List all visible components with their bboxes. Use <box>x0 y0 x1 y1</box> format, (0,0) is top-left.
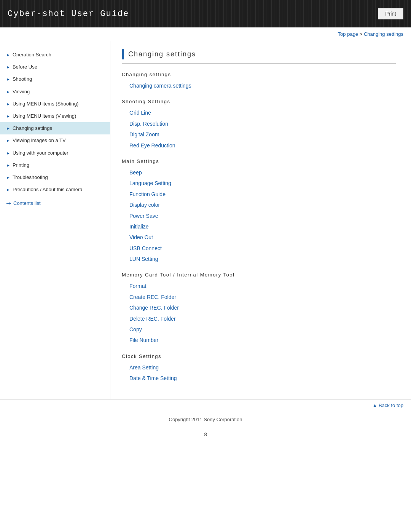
sidebar-arrow-icon: ► <box>6 64 10 70</box>
sidebar-item-label: Using with your computer <box>13 150 68 157</box>
header: Cyber-shot User Guide Print <box>0 0 411 27</box>
sidebar-arrow-icon: ► <box>6 163 10 168</box>
arrow-right-icon: ➞ <box>6 200 11 207</box>
link-lun-setting[interactable]: LUN Setting <box>122 254 396 264</box>
sidebar-item-using-menu-viewing[interactable]: ►Using MENU items (Viewing) <box>0 110 110 122</box>
section-heading-main-settings-section: Main Settings <box>122 158 396 164</box>
sidebar-item-changing-settings[interactable]: ►Changing settings <box>0 122 110 134</box>
contents-list-link[interactable]: ➞ Contents list <box>0 196 110 211</box>
section-memory-card-section: Memory Card Tool / Internal Memory ToolF… <box>122 272 396 345</box>
link-date-time-setting[interactable]: Date & Time Setting <box>122 373 396 383</box>
sidebar-item-viewing[interactable]: ►Viewing <box>0 86 110 98</box>
sidebar-arrow-icon: ► <box>6 138 10 144</box>
sidebar-arrow-icon: ► <box>6 150 10 156</box>
sidebar-arrow-icon: ► <box>6 101 10 107</box>
link-power-save[interactable]: Power Save <box>122 211 396 221</box>
sidebar-item-precautions[interactable]: ►Precautions / About this camera <box>0 184 110 196</box>
main-layout: ►Operation Search►Before Use►Shooting►Vi… <box>0 41 411 399</box>
print-button[interactable]: Print <box>378 8 403 19</box>
link-function-guide[interactable]: Function Guide <box>122 189 396 200</box>
sidebar-item-label: Operation Search <box>13 51 51 58</box>
sidebar-item-label: Using MENU items (Shooting) <box>13 101 78 107</box>
link-beep[interactable]: Beep <box>122 167 396 178</box>
sidebar-item-before-use[interactable]: ►Before Use <box>0 61 110 73</box>
breadcrumb-separator: > <box>358 31 364 37</box>
section-main-settings-section: Main SettingsBeepLanguage SettingFunctio… <box>122 158 396 265</box>
page-title-section: Changing settings <box>122 49 396 64</box>
sidebar-item-label: Viewing <box>13 88 30 95</box>
main-content: Changing settings Changing settingsChang… <box>110 41 411 399</box>
sidebar-arrow-icon: ► <box>6 175 10 181</box>
footer-bar: Back to top <box>0 399 411 411</box>
sidebar-arrow-icon: ► <box>6 126 10 131</box>
section-heading-memory-card-section: Memory Card Tool / Internal Memory Tool <box>122 272 396 278</box>
section-shooting-settings-section: Shooting SettingsGrid LineDisp. Resoluti… <box>122 99 396 151</box>
link-changing-camera-settings[interactable]: Changing camera settings <box>122 80 396 91</box>
breadcrumb-top-link[interactable]: Top page <box>338 31 358 37</box>
sidebar-item-label: Viewing images on a TV <box>13 137 66 144</box>
sidebar-arrow-icon: ► <box>6 113 10 119</box>
section-heading-clock-settings-section: Clock Settings <box>122 353 396 359</box>
footer-copyright: Copyright 2011 Sony Corporation <box>0 411 411 428</box>
link-disp-resolution[interactable]: Disp. Resolution <box>122 118 396 129</box>
sidebar-arrow-icon: ► <box>6 89 10 95</box>
sidebar-item-using-menu-shooting[interactable]: ►Using MENU items (Shooting) <box>0 98 110 110</box>
breadcrumb: Top page > Changing settings <box>0 27 411 41</box>
section-heading-shooting-settings-section: Shooting Settings <box>122 99 396 104</box>
sidebar: ►Operation Search►Before Use►Shooting►Vi… <box>0 41 110 399</box>
link-usb-connect[interactable]: USB Connect <box>122 243 396 254</box>
link-red-eye-reduction[interactable]: Red Eye Reduction <box>122 140 396 151</box>
sidebar-item-label: Shooting <box>13 76 32 83</box>
link-file-number[interactable]: File Number <box>122 335 396 345</box>
breadcrumb-current-link[interactable]: Changing settings <box>364 31 403 37</box>
link-digital-zoom[interactable]: Digital Zoom <box>122 129 396 140</box>
link-video-out[interactable]: Video Out <box>122 232 396 243</box>
sidebar-item-viewing-images-tv[interactable]: ►Viewing images on a TV <box>0 134 110 147</box>
sidebar-arrow-icon: ► <box>6 187 10 193</box>
sidebar-item-label: Changing settings <box>13 125 52 132</box>
sidebar-item-shooting[interactable]: ►Shooting <box>0 73 110 85</box>
sidebar-item-troubleshooting[interactable]: ►Troubleshooting <box>0 171 110 184</box>
section-clock-settings-section: Clock SettingsArea SettingDate & Time Se… <box>122 353 396 384</box>
link-initialize[interactable]: Initialize <box>122 221 396 232</box>
link-display-color[interactable]: Display color <box>122 200 396 210</box>
app-title: Cyber-shot User Guide <box>8 9 129 19</box>
link-delete-rec-folder[interactable]: Delete REC. Folder <box>122 313 396 324</box>
page-title: Changing settings <box>128 50 196 58</box>
sidebar-item-label: Printing <box>13 162 29 169</box>
link-area-setting[interactable]: Area Setting <box>122 362 396 373</box>
link-copy[interactable]: Copy <box>122 324 396 335</box>
link-grid-line[interactable]: Grid Line <box>122 107 396 118</box>
sidebar-item-printing[interactable]: ►Printing <box>0 159 110 171</box>
sidebar-arrow-icon: ► <box>6 52 10 58</box>
link-format[interactable]: Format <box>122 281 396 291</box>
section-changing-settings-section: Changing settingsChanging camera setting… <box>122 72 396 91</box>
sidebar-item-label: Precautions / About this camera <box>13 186 83 193</box>
link-change-rec-folder[interactable]: Change REC. Folder <box>122 302 396 313</box>
sidebar-item-label: Using MENU items (Viewing) <box>13 113 76 120</box>
sidebar-arrow-icon: ► <box>6 77 10 82</box>
section-heading-changing-settings-section: Changing settings <box>122 72 396 77</box>
sidebar-item-using-computer[interactable]: ►Using with your computer <box>0 147 110 159</box>
title-bar-accent <box>122 49 124 59</box>
sidebar-item-operation-search[interactable]: ►Operation Search <box>0 49 110 61</box>
page-number: 8 <box>0 428 411 441</box>
link-language-setting[interactable]: Language Setting <box>122 178 396 189</box>
contents-list-label: Contents list <box>13 200 41 206</box>
back-to-top-link[interactable]: Back to top <box>372 403 403 408</box>
sidebar-item-label: Troubleshooting <box>13 174 48 181</box>
sidebar-item-label: Before Use <box>13 64 37 70</box>
link-create-rec-folder[interactable]: Create REC. Folder <box>122 292 396 302</box>
